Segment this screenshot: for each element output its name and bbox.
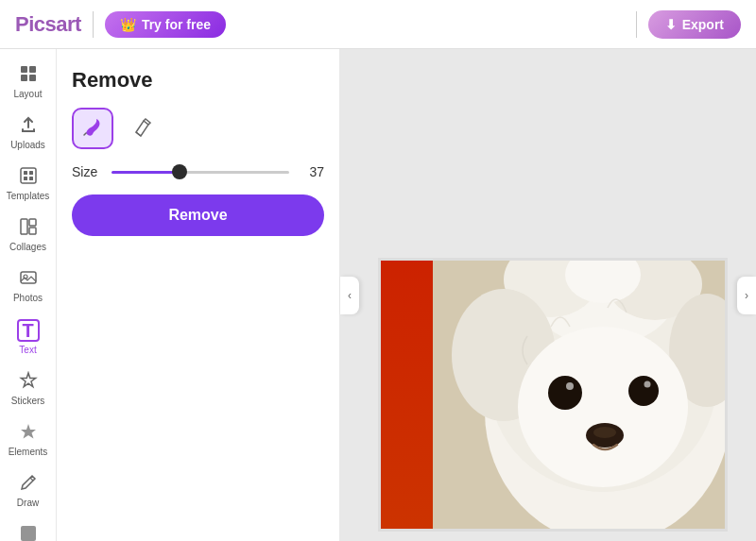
chevron-right-icon: › — [745, 289, 748, 302]
photos-label: Photos — [13, 293, 43, 304]
sidebar-item-text[interactable]: T Text — [0, 312, 56, 363]
header-left: Picsart 👑 Try for free — [15, 11, 226, 38]
crown-icon: 👑 — [120, 17, 136, 32]
svg-rect-11 — [29, 228, 36, 234]
chevron-left-icon: ‹ — [348, 289, 352, 302]
svg-rect-7 — [24, 177, 27, 180]
uploads-icon — [19, 115, 38, 137]
sidebar-item-collages[interactable]: Collages — [0, 210, 56, 261]
svg-rect-1 — [29, 66, 36, 73]
remove-button[interactable]: Remove — [72, 194, 324, 236]
canvas-area: ‹ — [340, 49, 756, 541]
tool-row — [72, 108, 324, 149]
dog-image — [378, 258, 728, 532]
svg-point-26 — [628, 376, 659, 406]
svg-rect-10 — [29, 219, 36, 226]
size-row: Size 37 — [72, 164, 324, 179]
svg-rect-2 — [21, 75, 27, 81]
sidebar-item-draw[interactable]: Draw — [0, 465, 56, 516]
elements-icon — [19, 422, 38, 444]
templates-label: Templates — [7, 191, 50, 202]
try-free-label: Try for free — [142, 17, 211, 32]
sidebar-item-uploads[interactable]: Uploads — [0, 108, 56, 159]
svg-rect-14 — [21, 526, 36, 541]
stickers-label: Stickers — [11, 396, 45, 407]
export-label: Export — [682, 17, 724, 32]
photos-icon — [19, 268, 38, 290]
size-value: 37 — [301, 164, 324, 179]
header-right: ⬇ Export — [636, 10, 741, 39]
svg-point-24 — [518, 327, 688, 487]
svg-rect-4 — [21, 168, 36, 183]
header: Picsart 👑 Try for free ⬇ Export — [0, 0, 756, 49]
header-right-divider — [636, 11, 637, 38]
collages-icon — [19, 217, 38, 239]
svg-rect-0 — [21, 66, 27, 73]
main-layout: Layout Uploads Templates — [0, 49, 756, 541]
logo: Picsart — [15, 12, 81, 37]
background-icon — [19, 524, 38, 541]
uploads-label: Uploads — [10, 140, 45, 151]
svg-rect-12 — [21, 272, 36, 283]
svg-point-27 — [566, 382, 574, 390]
svg-point-30 — [593, 427, 616, 438]
eraser-icon — [131, 116, 152, 142]
export-button[interactable]: ⬇ Export — [648, 10, 741, 39]
collages-label: Collages — [9, 242, 46, 253]
stickers-icon — [19, 371, 38, 393]
header-divider — [93, 11, 94, 38]
sidebar-item-layout[interactable]: Layout — [0, 57, 56, 108]
elements-label: Elements — [9, 447, 48, 458]
svg-rect-8 — [29, 177, 33, 180]
try-free-button[interactable]: 👑 Try for free — [105, 11, 226, 38]
svg-point-25 — [548, 376, 582, 410]
svg-point-28 — [644, 381, 651, 388]
svg-rect-5 — [24, 171, 27, 175]
size-label: Size — [72, 164, 100, 179]
text-label: Text — [19, 345, 36, 356]
brush-tool-button[interactable] — [72, 108, 113, 149]
dog-image-container — [378, 258, 728, 532]
sidebar-item-background[interactable]: Background — [0, 516, 56, 541]
collapse-right-button[interactable]: › — [737, 277, 756, 314]
sidebar-item-photos[interactable]: Photos — [0, 261, 56, 312]
sidebar: Layout Uploads Templates — [0, 49, 57, 541]
eraser-tool-button[interactable] — [121, 108, 163, 149]
svg-rect-9 — [21, 219, 27, 234]
svg-rect-6 — [29, 171, 33, 175]
brush-icon — [82, 116, 103, 142]
export-icon: ⬇ — [665, 17, 677, 32]
dog-svg — [381, 261, 728, 532]
remove-panel: Remove — [57, 49, 340, 541]
svg-rect-3 — [29, 75, 36, 81]
sidebar-item-elements[interactable]: Elements — [0, 414, 56, 465]
draw-icon — [19, 473, 38, 495]
collapse-left-button[interactable]: ‹ — [340, 277, 359, 314]
sidebar-item-templates[interactable]: Templates — [0, 159, 56, 210]
size-slider[interactable] — [112, 171, 289, 174]
layout-icon — [19, 64, 38, 86]
sidebar-item-stickers[interactable]: Stickers — [0, 363, 56, 414]
text-icon: T — [17, 319, 40, 342]
panel-title: Remove — [72, 68, 324, 93]
draw-label: Draw — [17, 498, 39, 509]
layout-label: Layout — [13, 89, 42, 100]
templates-icon — [19, 166, 38, 188]
